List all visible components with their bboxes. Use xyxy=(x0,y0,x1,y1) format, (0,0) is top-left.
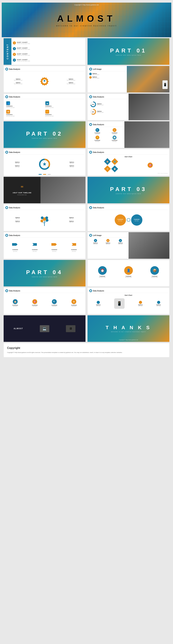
diamond-shape-1: 🏠 xyxy=(104,158,111,165)
ring-opt-2: Options Text here xyxy=(15,165,19,168)
toc-label-4: DART CHART xyxy=(17,59,30,60)
toc-text-3: DART CHART Subtitle text description her… xyxy=(17,53,30,56)
customer-desc-1: text here text here xyxy=(6,107,14,108)
dart-diamonds-data: Data Analysic Dart Chart 🏠 🌐 xyxy=(88,149,169,174)
customer-1: 👥 Customers text here text here xyxy=(6,101,44,108)
ring-center xyxy=(39,158,50,170)
gear-left-options: Options Text here text here Options Text… xyxy=(14,78,22,84)
ring-diagram: Options Text here Options Text here xyxy=(5,156,84,173)
opt-label-4: Options xyxy=(67,82,75,83)
big-circle-2: Customet text here xyxy=(131,214,142,226)
li2-icon xyxy=(89,234,92,237)
svg-point-0 xyxy=(6,68,7,70)
dart-chart-2-icon xyxy=(89,289,92,292)
li2-opt-2: ★ Options text here xyxy=(106,239,110,245)
row-11: ALMOST 💻 🖥 T H A N K S welcome to our cr… xyxy=(3,315,170,342)
flower-svg xyxy=(40,213,49,227)
svg-text:80%: 80% xyxy=(92,104,94,105)
data-laptop-icon xyxy=(89,123,92,126)
customer-icon-3: ♻ xyxy=(6,110,10,114)
fi-icon-1: 🏠 xyxy=(13,299,18,304)
customer-desc-2: text here text here xyxy=(45,107,54,108)
thanks-slide: T H A N K S welcome to our creative busi… xyxy=(87,315,170,342)
dl-item-2: ✏ Customet text desc xyxy=(106,128,123,134)
copyright-slide: Copyright Copyright © http://www.pptstor… xyxy=(3,343,170,358)
svg-point-33 xyxy=(6,290,7,292)
two-screens-slide: ALMOST 💻 🖥 xyxy=(3,315,86,342)
quote-slide: " ABUT OUR TIMELINE text description her… xyxy=(3,177,86,204)
customer-2: ☁ Customers text here text here xyxy=(45,101,83,108)
copyright-title: Copyright xyxy=(7,346,166,350)
donut-chart-2: 66% xyxy=(90,109,96,115)
dart-header: Data Analysic xyxy=(89,151,168,154)
copyright-text: Copyright © http://www.pptstore.net All … xyxy=(7,351,166,354)
customer-label-2: Customers xyxy=(45,106,52,107)
row-5: Data Analysic Options Text here Options … xyxy=(3,149,170,176)
opt-desc-2: Text here text here xyxy=(14,83,22,84)
svg-point-2 xyxy=(90,68,91,70)
dc2-opt-1: Options text here xyxy=(96,301,101,306)
toc-text-1: DART CHART Subtitle text description her… xyxy=(17,42,30,44)
quote-img-placeholder xyxy=(40,177,85,203)
dl-icon-1: 🔍 xyxy=(96,128,99,132)
toc-sidebar: CONTENT xyxy=(4,38,11,65)
flower-opt-2: Options Text here xyxy=(15,220,20,223)
li-text-2: Options text description xyxy=(92,76,99,78)
li2-content: Left Image ▼ Options text here ★ xyxy=(88,232,129,259)
dl-item-1: 🔍 Customet text desc xyxy=(89,128,105,134)
part02-label: PART 02 xyxy=(26,130,63,137)
toc-desc-1: Subtitle text description here xyxy=(17,43,30,44)
ring-legend-3 xyxy=(48,174,51,175)
donut-chart-1: 80% xyxy=(90,101,96,107)
toc-item-3: 3 DART CHART Subtitle text description h… xyxy=(13,53,84,56)
flower-left: Options Text here Options Text here xyxy=(15,217,20,223)
four-icons-title: Data Analysic xyxy=(9,290,20,292)
donut-header: Data Analysic xyxy=(89,96,127,99)
ring-opt-3: Options Text here xyxy=(70,162,74,164)
flower-header: Data Analysic xyxy=(5,206,84,210)
li-text-1: Options text description xyxy=(92,73,99,75)
part03-label: PART 03 xyxy=(110,186,147,192)
hero-subtitle: welcome to our creative business report xyxy=(56,24,117,27)
customers-data: Data Analysic 👥 Customers text here text… xyxy=(4,94,85,120)
quote-background: " ABUT OUR TIMELINE text description her… xyxy=(4,177,40,203)
dart-chart-2-data: Data Analysic Dart Chart Options text he… xyxy=(88,288,169,312)
opt-desc-4: Text here text here xyxy=(67,83,75,84)
dart-diamonds-grid: 🏠 🌐 ⚙ xyxy=(89,158,168,172)
part04-slide: PART 04 subtitle text description here xyxy=(3,260,86,286)
part03-content: PART 03 subtitle text description here xyxy=(88,177,169,203)
tc-circle-2: 👤 xyxy=(124,266,133,275)
part01-content: PART 01 subtitle text description here xyxy=(88,38,169,65)
thanks-label: T H A N K S xyxy=(106,325,151,330)
puzzle-3: Customet text here xyxy=(51,243,57,252)
toc-label: CONTENT xyxy=(6,44,9,60)
toc-slide: CONTENT 1 DART CHART Subtitle text descr… xyxy=(3,38,86,65)
toc-item-1: 1 DART CHART Subtitle text description h… xyxy=(13,42,84,44)
hero-text-area: Copyright © http://www.pptstore.net ALMO… xyxy=(2,2,171,37)
quote-image xyxy=(40,177,85,203)
dart-title: Data Analysic xyxy=(93,151,104,153)
slides-container: Copyright © http://www.pptstore.net ALMO… xyxy=(0,0,173,360)
donut-item-2: 66% Options text desc here xyxy=(90,109,126,115)
toc-items-list: 1 DART CHART Subtitle text description h… xyxy=(11,38,85,65)
ring-slide: Data Analysic Options Text here Options … xyxy=(3,149,86,176)
circle-icon xyxy=(89,206,92,209)
toc-label-1: DART CHART xyxy=(17,42,30,43)
toc-num-4: 4 xyxy=(13,58,16,62)
dart-chart-2-title: Data Analysic xyxy=(93,290,104,292)
part02-content: PART 02 subtitle text description here xyxy=(4,122,85,148)
donut-image xyxy=(129,94,170,120)
donut-icon xyxy=(89,96,92,98)
dl-item-3: 💡 Customet text desc xyxy=(89,136,105,142)
fi-item-1: 🏠 Customet text here xyxy=(12,299,18,307)
dart-diamonds-slide: Data Analysic Dart Chart 🏠 🌐 xyxy=(87,149,170,176)
donut-item-1: 80% Options text desc here xyxy=(90,101,126,107)
puzzle-shape-2 xyxy=(32,243,38,248)
svg-point-3 xyxy=(6,96,7,98)
thanks-desc: welcome to our creative business report xyxy=(111,331,146,332)
quote-text: ABUT OUR TIMELINE xyxy=(13,192,31,194)
opt-desc-3: Text here text here xyxy=(67,80,75,81)
li-option-1: ✓ Options text description xyxy=(89,73,127,75)
hero-title: ALMOST xyxy=(57,13,116,24)
customers-header: Data Analysic xyxy=(5,96,84,99)
